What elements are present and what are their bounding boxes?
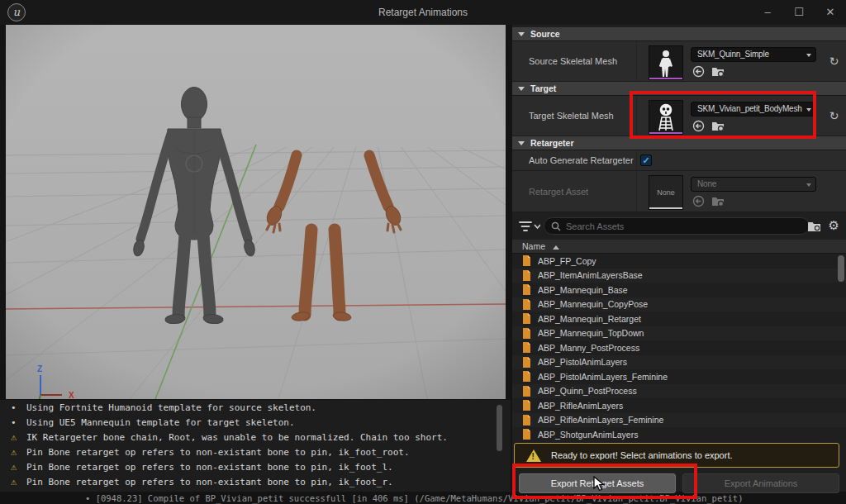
anim-blueprint-file-icon	[522, 255, 531, 266]
asset-list-item[interactable]: ABP_Mannequin_Retarget	[512, 311, 846, 326]
anim-blueprint-file-icon	[522, 342, 531, 353]
asset-list-item[interactable]: ABP_FP_Copy	[512, 254, 846, 269]
warning-triangle-icon	[526, 449, 541, 462]
warning-triangle-icon: ⚠	[11, 431, 17, 443]
search-icon	[551, 221, 561, 231]
reset-to-default-icon[interactable]: ↺	[829, 55, 839, 68]
target-skeletal-mesh-label: Target Skeletal Mesh	[529, 111, 614, 121]
anim-blueprint-file-icon	[522, 429, 531, 440]
warning-triangle-icon: ⚠	[11, 476, 17, 487]
log-text: Pin Bone retarget op refers to non-exist…	[26, 447, 410, 458]
browse-to-asset-icon[interactable]	[711, 65, 725, 78]
info-bullet-icon: •	[11, 402, 17, 413]
log-text: Pin Bone retarget op refers to non-exist…	[26, 462, 393, 473]
asset-name: ABP_Mannequin_TopDown	[538, 328, 644, 338]
chevron-down-icon	[806, 183, 811, 187]
source-skeletal-mesh-label: Source Skeletal Mesh	[529, 56, 617, 66]
anim-blueprint-file-icon	[522, 270, 531, 281]
anim-blueprint-file-icon	[522, 386, 531, 397]
asset-list-item[interactable]: ABP_ShotgunAnimLayers	[512, 427, 846, 442]
retarget-asset-row: Retarget Asset None None	[512, 171, 846, 212]
annotation-box-target-mesh	[630, 91, 816, 139]
close-button[interactable]: ✕	[815, 0, 846, 25]
asset-list-item[interactable]: ABP_Quinn_PostProcess	[512, 384, 846, 399]
mouse-cursor	[593, 476, 606, 492]
collapse-arrow-icon	[518, 32, 525, 36]
anim-blueprint-file-icon	[522, 371, 531, 382]
asset-list-item[interactable]: ABP_Manny_PostProcess	[512, 340, 846, 355]
info-bullet-icon: •	[11, 417, 17, 428]
thumbnail-accent-bar	[649, 207, 682, 209]
asset-list-item[interactable]: ABP_PistolAnimLayers_Feminine	[512, 369, 846, 384]
retarget-asset-thumbnail[interactable]: None	[649, 175, 683, 210]
filter-icon[interactable]	[519, 221, 540, 232]
asset-list-item[interactable]: ABP_Mannequin_CopyPose	[512, 297, 846, 312]
minimize-button[interactable]: –	[752, 0, 783, 25]
anim-blueprint-file-icon	[522, 328, 531, 339]
log-line: •⚠ Pin Bone retarget op refers to non-ex…	[0, 460, 511, 475]
collapse-arrow-icon	[518, 141, 525, 145]
asset-list-item[interactable]: ABP_ItemAnimLayersBase	[512, 269, 846, 283]
title-bar: u Retarget Animations – ☐ ✕	[0, 0, 846, 25]
viewport-3d[interactable]: Z X Y	[6, 25, 506, 399]
anim-blueprint-file-icon	[522, 284, 531, 295]
warning-triangle-icon: ⚠	[11, 446, 17, 458]
maximize-button[interactable]: ☐	[783, 0, 815, 25]
source-section-header[interactable]: Source	[512, 27, 846, 41]
settings-gear-icon[interactable]: ⚙	[829, 219, 839, 232]
asset-list-item[interactable]: ABP_Mannequin_TopDown	[512, 326, 846, 341]
asset-name: ABP_Mannequin_CopyPose	[538, 299, 648, 309]
log-line: •⚠ Using UE5 Mannequin template for targ…	[0, 416, 511, 430]
asset-list-scrollbar[interactable]	[838, 255, 844, 282]
asset-name: ABP_PistolAnimLayers	[538, 357, 627, 367]
anim-blueprint-file-icon	[522, 313, 531, 324]
asset-name: ABP_Mannequin_Base	[538, 285, 628, 295]
asset-name: ABP_FP_Copy	[538, 256, 596, 266]
log-line: •⚠ Pin Bone retarget op refers to non-ex…	[0, 475, 511, 490]
anim-blueprint-file-icon	[522, 400, 531, 411]
use-selected-asset-icon[interactable]	[692, 65, 705, 78]
use-selected-asset-icon[interactable]	[692, 195, 705, 207]
auto-generate-retargeter-row: Auto Generate Retargeter ✓	[512, 150, 846, 171]
collapse-arrow-icon	[518, 87, 525, 91]
anim-blueprint-file-icon	[522, 415, 531, 426]
auto-generate-checkbox[interactable]: ✓	[640, 155, 652, 166]
anim-blueprint-file-icon	[522, 299, 531, 310]
auto-generate-retargeter-label: Auto Generate Retargeter	[529, 155, 634, 165]
log-scrollbar[interactable]	[497, 405, 502, 451]
asset-name: ABP_PistolAnimLayers_Feminine	[538, 372, 668, 382]
anim-blueprint-file-icon	[522, 357, 531, 368]
asset-search-box[interactable]	[544, 217, 810, 235]
export-animations-button[interactable]: Export Animations	[682, 473, 839, 493]
asset-list: ABP_FP_Copy ABP_ItemAnimLayersBase	[512, 254, 846, 442]
source-mesh-thumbnail[interactable]	[649, 45, 683, 80]
asset-name: ABP_RifleAnimLayers_Feminine	[538, 415, 663, 425]
asset-list-item[interactable]: ABP_RifleAnimLayers_Feminine	[512, 413, 846, 428]
source-mesh-dropdown[interactable]: SKM_Quinn_Simple	[691, 47, 816, 62]
retarget-asset-dropdown[interactable]: None	[691, 177, 816, 192]
log-line: •⚠ Using Fortnite Humanoid template for …	[0, 401, 511, 416]
export-notice-text: Ready to export! Select animations to ex…	[551, 450, 733, 460]
asset-list-item[interactable]: ABP_PistolAnimLayers	[512, 355, 846, 370]
asset-list-name-header[interactable]: Name	[512, 240, 846, 254]
asset-name: ABP_Manny_PostProcess	[538, 343, 639, 353]
warning-triangle-icon: ⚠	[11, 461, 17, 473]
log-line: •⚠ Pin Bone retarget op refers to non-ex…	[0, 445, 511, 460]
log-lines: •⚠ Using Fortnite Humanoid template for …	[0, 401, 511, 490]
reset-to-default-icon[interactable]: ↺	[829, 109, 839, 122]
asset-name: ABP_ItemAnimLayersBase	[538, 270, 643, 280]
retarget-asset-label: Retarget Asset	[529, 187, 588, 197]
asset-list-item[interactable]: ABP_Mannequin_Base	[512, 283, 846, 297]
asset-name: ABP_Quinn_PostProcess	[538, 386, 637, 396]
sort-ascending-icon	[553, 245, 559, 250]
log-text: Using UE5 Mannequin template for target …	[26, 417, 295, 428]
search-assets-input[interactable]	[566, 221, 802, 231]
asset-search-row: ⚙	[512, 215, 846, 238]
asset-list-item[interactable]: ABP_RifleAnimLayers	[512, 398, 846, 413]
find-in-content-browser-icon[interactable]	[807, 220, 822, 232]
log-line: •⚠ IK Retargeter bone chain, Root, was u…	[0, 430, 511, 445]
thumbnail-accent-bar	[649, 78, 682, 79]
source-skeletal-mesh-row: Source Skeletal Mesh SKM_Quinn_Simple	[512, 41, 846, 82]
browse-to-asset-icon[interactable]	[711, 195, 725, 207]
viewport-scene: Z X Y	[6, 25, 506, 399]
